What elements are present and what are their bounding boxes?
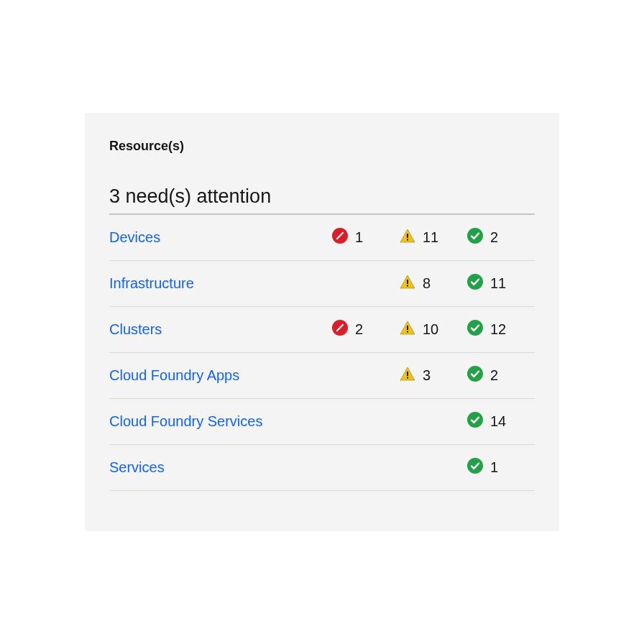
success-count-cell: 11 [467, 274, 535, 293]
success-icon [467, 366, 483, 385]
warning-icon [400, 274, 415, 293]
success-count-cell: 12 [467, 320, 535, 339]
success-icon [467, 228, 483, 247]
warning-count-cell: 3 [400, 366, 467, 385]
success-count-cell: 14 [467, 412, 535, 431]
warning-count: 3 [423, 367, 431, 384]
success-count-cell: 2 [467, 228, 535, 247]
resource-link[interactable]: Cloud Foundry Services [109, 413, 332, 430]
success-count: 1 [490, 459, 498, 476]
success-count: 14 [490, 413, 506, 430]
success-count: 2 [490, 367, 498, 384]
svg-rect-2 [407, 234, 408, 238]
warning-icon [400, 228, 415, 247]
panel-title: Resource(s) [109, 139, 535, 154]
error-icon [332, 228, 348, 247]
warning-count: 11 [423, 229, 438, 246]
warning-icon [400, 366, 415, 385]
svg-point-29 [467, 458, 483, 474]
svg-rect-8 [407, 285, 408, 287]
svg-point-24 [467, 412, 483, 428]
error-count-cell: 2 [332, 320, 400, 339]
svg-rect-17 [407, 372, 408, 376]
attention-heading: 3 need(s) attention [109, 185, 535, 208]
svg-point-9 [467, 274, 483, 290]
success-count: 12 [490, 321, 506, 338]
warning-count-cell: 10 [400, 320, 467, 339]
svg-point-19 [467, 366, 483, 382]
resource-link[interactable]: Devices [109, 229, 332, 246]
resource-link[interactable]: Infrastructure [109, 275, 332, 292]
resource-row: Devices1112 [109, 215, 535, 261]
success-count: 2 [490, 229, 498, 246]
resource-link[interactable]: Services [109, 459, 332, 476]
resource-row: Infrastructure0811 [109, 261, 535, 307]
resource-row: Cloud Foundry Services0014 [109, 399, 535, 445]
resource-row: Services001 [109, 445, 535, 491]
success-icon [467, 458, 483, 477]
warning-count: 8 [423, 275, 431, 292]
error-count-cell: 1 [332, 228, 400, 247]
svg-rect-12 [407, 326, 408, 330]
warning-count-cell: 8 [400, 274, 467, 293]
svg-rect-13 [407, 331, 408, 333]
resources-panel: Resource(s) 3 need(s) attention Devices1… [85, 113, 559, 531]
svg-point-4 [467, 228, 483, 244]
error-count: 2 [355, 321, 363, 338]
success-icon [467, 412, 483, 431]
success-count-cell: 1 [467, 458, 535, 477]
success-count-cell: 2 [467, 366, 535, 385]
svg-point-14 [467, 320, 483, 336]
success-count: 11 [490, 275, 506, 292]
resource-row: Cloud Foundry Apps032 [109, 353, 535, 399]
warning-icon [400, 320, 415, 339]
success-icon [467, 274, 483, 293]
warning-count-cell: 11 [400, 228, 467, 247]
svg-rect-7 [407, 280, 408, 284]
resource-link[interactable]: Clusters [109, 321, 332, 338]
error-count: 1 [355, 229, 363, 246]
resource-table: Devices1112Infrastructure0811Clusters210… [109, 215, 535, 491]
success-icon [467, 320, 483, 339]
resource-row: Clusters21012 [109, 307, 535, 353]
svg-rect-3 [407, 239, 408, 241]
error-icon [332, 320, 348, 339]
warning-count: 10 [423, 321, 438, 338]
svg-rect-18 [407, 377, 408, 379]
resource-link[interactable]: Cloud Foundry Apps [109, 367, 332, 384]
